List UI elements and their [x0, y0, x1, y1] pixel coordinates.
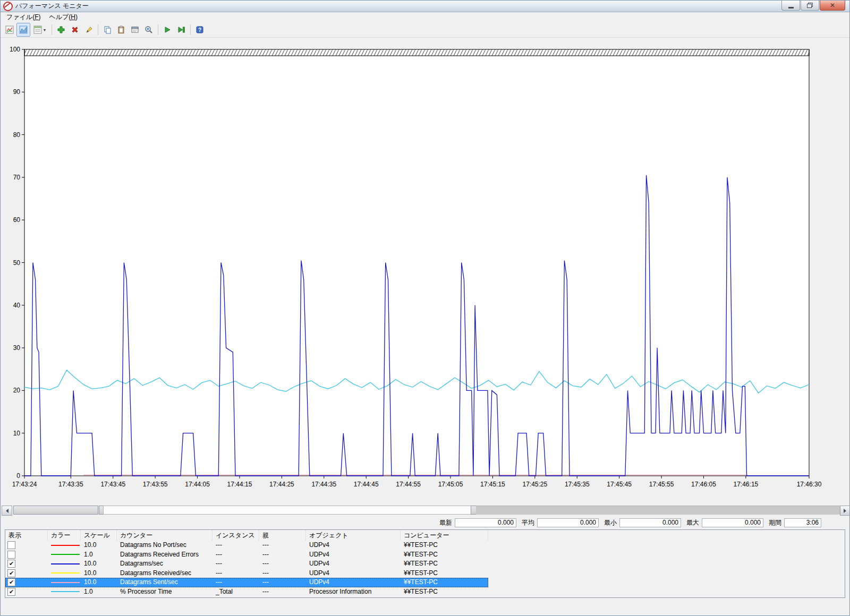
y-axis-label: 90 — [13, 88, 21, 96]
x-axis-label: 17:44:45 — [354, 481, 379, 488]
color-swatch — [51, 563, 80, 564]
legend-column-header[interactable]: コンピューター — [401, 530, 488, 541]
color-swatch — [51, 591, 80, 592]
legend-column-header[interactable]: 表示 — [5, 530, 48, 541]
play-to-end-icon — [177, 25, 185, 34]
scrollbar-track[interactable] — [103, 506, 472, 515]
freeze-display-button[interactable] — [160, 23, 174, 37]
object-cell: UDPv4 — [306, 569, 401, 578]
counter-checkbox[interactable]: ✔ — [7, 578, 15, 586]
x-axis-label: 17:44:05 — [185, 481, 210, 488]
performance-chart: 010203040506070809010017:43:2417:43:3517… — [1, 38, 850, 498]
color-swatch — [51, 582, 80, 583]
delete-icon — [71, 25, 79, 34]
properties-window-icon — [131, 25, 139, 34]
legend-column-header[interactable]: インスタンス — [212, 530, 259, 541]
legend-column-header[interactable]: カウンター — [117, 530, 212, 541]
minimum-label: 最小 — [604, 518, 617, 527]
y-axis-label: 20 — [13, 387, 21, 394]
change-graph-type-button[interactable] — [3, 23, 16, 37]
scroll-left-button[interactable] — [2, 506, 12, 516]
x-axis-label: 17:45:15 — [480, 481, 505, 488]
counter-checkbox[interactable] — [7, 541, 15, 549]
instance-cell: --- — [212, 578, 259, 587]
counter-cell: % Processor Time — [117, 587, 212, 597]
arrow-left-icon — [4, 509, 8, 513]
legend-column-header[interactable]: オブジェクト — [306, 530, 401, 541]
latest-value: 0.000 — [455, 518, 516, 527]
menu-file[interactable]: ファイル(F) — [2, 12, 45, 23]
scroll-right-button[interactable] — [840, 506, 850, 516]
menu-help[interactable]: ヘルプ(H) — [45, 12, 82, 23]
y-axis-label: 100 — [10, 46, 20, 53]
instance-cell: --- — [212, 550, 259, 560]
legend-column-header[interactable]: スケール — [81, 530, 117, 541]
toolbar-separator — [190, 24, 191, 35]
toolbar-separator — [98, 24, 98, 35]
zoom-magnifier-icon — [144, 25, 153, 34]
paste-counter-list-button[interactable] — [114, 23, 128, 37]
menu-bar: ファイル(F) ヘルプ(H) — [1, 12, 849, 22]
copy-properties-button[interactable] — [100, 23, 114, 37]
legend-row[interactable]: 1.0Datagrams Received Errors------UDPv4¥… — [5, 550, 488, 560]
minimize-icon — [788, 5, 794, 8]
scrollbar-track-shaded[interactable] — [476, 506, 840, 515]
computer-cell: ¥¥TEST-PC — [401, 578, 488, 587]
x-axis-label: 17:44:25 — [269, 481, 294, 488]
add-counter-button[interactable] — [54, 23, 68, 37]
instance-cell: --- — [212, 569, 259, 578]
counter-checkbox[interactable]: ✔ — [7, 569, 15, 577]
color-swatch — [51, 554, 80, 555]
update-data-button[interactable] — [174, 23, 188, 37]
counter-cell: Datagrams No Port/sec — [117, 541, 212, 550]
properties-button[interactable] — [128, 23, 142, 37]
legend-column-header[interactable]: 親 — [259, 530, 306, 541]
plot-area — [24, 49, 809, 476]
scale-cell: 10.0 — [81, 559, 117, 569]
highlight-pencil-icon — [84, 25, 93, 34]
highlight-button[interactable] — [82, 23, 96, 37]
legend-column-header[interactable]: カラー — [48, 530, 81, 541]
chart-icon — [5, 25, 14, 34]
legend-row[interactable]: ✔10.0Datagrams Received/sec------UDPv4¥¥… — [5, 569, 488, 578]
counter-cell: Datagrams Received/sec — [117, 569, 212, 578]
x-axis-label: 17:44:35 — [311, 481, 336, 488]
x-axis-label: 17:43:24 — [12, 481, 37, 488]
computer-cell: ¥¥TEST-PC — [401, 587, 488, 597]
report-view-dropdown-button[interactable]: ▼ — [30, 23, 49, 37]
toolbar-separator — [158, 24, 158, 35]
zoom-button[interactable] — [142, 23, 156, 37]
color-swatch — [51, 545, 80, 546]
minimize-button[interactable] — [781, 1, 800, 11]
average-label: 平均 — [522, 518, 534, 527]
duration-value: 3:06 — [784, 518, 821, 527]
counter-checkbox[interactable]: ✔ — [7, 588, 15, 596]
help-icon: ? — [196, 25, 204, 34]
x-axis-label: 17:45:35 — [565, 481, 590, 488]
help-button[interactable]: ? — [193, 23, 207, 37]
perfmon-window: { "window": { "title": "パフォーマンス モニター" },… — [0, 0, 850, 616]
restore-button[interactable] — [801, 1, 819, 11]
y-axis-label: 10 — [13, 430, 21, 437]
paste-clipboard-icon — [117, 25, 125, 34]
counter-checkbox[interactable] — [7, 551, 15, 559]
x-axis-label: 17:43:45 — [100, 481, 125, 488]
computer-cell: ¥¥TEST-PC — [401, 569, 488, 578]
y-axis-label: 50 — [13, 259, 21, 267]
legend-row[interactable]: ✔10.0Datagrams/sec------UDPv4¥¥TEST-PC — [5, 559, 488, 569]
delete-counter-button[interactable] — [68, 23, 82, 37]
play-icon — [163, 25, 172, 34]
counter-checkbox[interactable]: ✔ — [7, 560, 15, 568]
legend-row[interactable]: 10.0Datagrams No Port/sec------UDPv4¥¥TE… — [5, 541, 488, 550]
x-axis-label: 17:44:55 — [396, 481, 421, 488]
report-view-icon — [33, 25, 42, 34]
time-range-scrollbar — [2, 506, 849, 515]
value-bar: 最新 0.000 平均 0.000 最小 0.000 最大 0.000 期間 3… — [1, 517, 821, 528]
legend-row[interactable]: ✔10.0Datagrams Sent/sec------UDPv4¥¥TEST… — [5, 578, 488, 587]
legend-row[interactable]: ✔1.0% Processor Time_Total---Processor I… — [5, 587, 488, 597]
title-bar: パフォーマンス モニター ✕ — [1, 1, 849, 12]
close-button[interactable]: ✕ — [820, 1, 845, 11]
line-chart-view-button[interactable] — [16, 23, 30, 37]
copy-icon — [103, 25, 112, 34]
scrollbar-thumb[interactable] — [13, 506, 98, 515]
